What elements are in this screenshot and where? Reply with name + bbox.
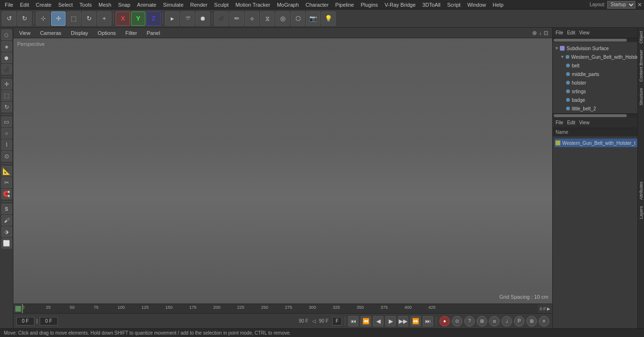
obj-menu-edit[interactable]: Edit (567, 30, 575, 35)
layer-btn[interactable]: ⧈ (489, 316, 500, 326)
frame-current-2-input[interactable] (40, 317, 58, 326)
side-move[interactable]: ✛ (1, 79, 12, 89)
menu-3dtoall[interactable]: 3DToAll (419, 1, 443, 9)
move-tool-btn[interactable]: ✛ (51, 11, 65, 26)
tab-structure[interactable]: Structure (638, 85, 644, 109)
menu-character[interactable]: Character (303, 1, 331, 9)
viewport-menu-cameras[interactable]: Cameras (38, 29, 64, 37)
jump-end-btn[interactable]: ⏭ (423, 316, 433, 326)
side-s-tool[interactable]: S (1, 204, 12, 214)
menu-script[interactable]: Script (444, 1, 463, 9)
side-select-circle[interactable]: ○ (1, 128, 12, 139)
side-mode-edge[interactable]: ◈ (1, 41, 12, 52)
attr-tree-item-western[interactable]: Western_Gun_Belt_with_Holster_t (555, 139, 642, 147)
side-ruler[interactable]: 📐 (1, 166, 12, 176)
obj-menu-file[interactable]: File (556, 30, 563, 35)
deformer-btn[interactable]: ⧖ (260, 11, 274, 26)
menu-help[interactable]: Help (490, 1, 507, 9)
rotate-tool-btn[interactable]: ↻ (82, 11, 96, 26)
viewport-menu-display[interactable]: Display (69, 29, 90, 37)
render-to-po-btn[interactable]: ⏺ (196, 11, 210, 26)
play-reverse-btn[interactable]: ◀ (373, 316, 383, 326)
play-btn[interactable]: ▶ (385, 316, 396, 326)
timeline-ruler[interactable]: 0 25 50 75 100 125 150 175 200 225 250 2… (22, 304, 538, 313)
side-magnet[interactable]: 🧲 (1, 189, 12, 199)
side-bevel[interactable]: ⬗ (1, 227, 12, 237)
menu-plugins[interactable]: Plugins (358, 1, 381, 9)
menu-window[interactable]: Window (464, 1, 489, 9)
attr-menu-view[interactable]: View (579, 120, 589, 125)
motion-path-btn[interactable]: ⊞ (526, 316, 537, 326)
menu-edit[interactable]: Edit (17, 1, 32, 9)
viewport-maximize-icon[interactable]: ⊡ (544, 30, 548, 36)
autokey-btn[interactable]: ⊙ (452, 316, 462, 326)
side-extrude[interactable]: ⬜ (1, 238, 12, 249)
menu-pipeline[interactable]: Pipeline (332, 1, 357, 9)
render-picture-btn[interactable]: 🎬 (180, 11, 195, 26)
menu-snap[interactable]: Snap (115, 1, 133, 9)
motion-clip-btn[interactable]: ? (464, 316, 475, 326)
viewport[interactable]: X Y Z Perspective Grid Spacing : 10 cm (13, 38, 552, 304)
side-mode-poly[interactable]: ⬢ (1, 53, 12, 63)
mid-scrollbar[interactable] (553, 114, 644, 118)
cube-btn[interactable]: ⬛ (214, 11, 229, 26)
record-btn[interactable]: ● (439, 316, 450, 326)
material-tag-btn[interactable]: ⬡ (291, 11, 305, 26)
side-scale[interactable]: ⬚ (1, 90, 12, 101)
obj-scrollbar-h[interactable] (553, 38, 644, 42)
menu-vray-bridge[interactable]: V-Ray Bridge (382, 1, 419, 9)
sound-btn[interactable]: ♩ (502, 316, 512, 326)
menu-create[interactable]: Create (33, 1, 55, 9)
menu-animate[interactable]: Animate (134, 1, 159, 9)
jump-start-btn[interactable]: ⏮ (348, 316, 359, 326)
undo-btn[interactable]: ↺ (2, 11, 16, 26)
render-region-btn[interactable]: ▶ (165, 11, 179, 26)
menu-mesh[interactable]: Mesh (96, 1, 114, 9)
redo-btn[interactable]: ↻ (17, 11, 32, 26)
scale-tool-btn[interactable]: ⬚ (66, 11, 81, 26)
camera-btn[interactable]: 📷 (306, 11, 320, 26)
side-mode-object[interactable]: ⬛ (1, 64, 12, 75)
side-live-select[interactable]: ⊙ (1, 151, 12, 162)
side-select-free[interactable]: ⌇ (1, 140, 12, 150)
play-forward-btn[interactable]: ▶▶ (398, 316, 408, 326)
viewport-pin-icon[interactable]: ↓ (539, 30, 542, 36)
viewport-menu-options[interactable]: Options (96, 29, 118, 37)
viewport-expand-icon[interactable]: ⊕ (532, 30, 537, 36)
menu-simulate[interactable]: Simulate (160, 1, 186, 9)
viewport-menu-view[interactable]: View (17, 29, 33, 37)
axis-z-btn[interactable]: Z (146, 11, 161, 26)
menu-sculpt[interactable]: Sculpt (211, 1, 232, 9)
attr-menu-edit[interactable]: Edit (567, 120, 575, 125)
tree-item-srtings[interactable]: srtings (553, 87, 644, 96)
pen-btn[interactable]: ✏ (229, 11, 244, 26)
select-tool-btn[interactable]: ⊹ (36, 11, 50, 26)
light-btn[interactable]: 💡 (321, 11, 336, 26)
axis-x-btn[interactable]: X (116, 11, 130, 26)
tree-item-badge[interactable]: badge (553, 96, 644, 104)
timeline-end-icon[interactable]: ▶ (547, 306, 550, 311)
obj-menu-view[interactable]: View (579, 30, 589, 35)
side-select-rect[interactable]: ▭ (1, 117, 12, 127)
new-object-btn[interactable]: + (97, 11, 111, 26)
spline-btn[interactable]: ⟡ (245, 11, 259, 26)
menu-motion-tracker[interactable]: Motion Tracker (232, 1, 273, 9)
tree-item-belt[interactable]: belt (553, 61, 644, 70)
side-rotate[interactable]: ↻ (1, 102, 12, 112)
field-btn[interactable]: ◎ (275, 11, 290, 26)
tab-attributes[interactable]: Attributes (638, 178, 644, 203)
menu-select[interactable]: Select (55, 1, 76, 9)
tab-content-browser[interactable]: Content Browser (638, 46, 644, 85)
obj-scrollbar-thumb[interactable] (554, 39, 627, 42)
attr-menu-file[interactable]: File (556, 120, 563, 125)
side-knife[interactable]: ✂ (1, 177, 12, 188)
side-paint[interactable]: 🖌 (1, 215, 12, 226)
menu-mograph[interactable]: MoGraph (274, 1, 302, 9)
close-icon[interactable]: ✕ (637, 1, 642, 8)
viewport-menu-filter[interactable]: Filter (123, 29, 139, 37)
tree-item-little-belt[interactable]: little_belt (553, 113, 644, 113)
viewport-menu-panel[interactable]: Panel (145, 29, 162, 37)
next-frame-btn[interactable]: ⏩ (410, 316, 421, 326)
tree-item-subdivision[interactable]: ▼ Subdivision Surface (553, 44, 644, 53)
tree-item-root[interactable]: ▼ Western_Gun_Belt_with_Holster_ (553, 53, 644, 61)
